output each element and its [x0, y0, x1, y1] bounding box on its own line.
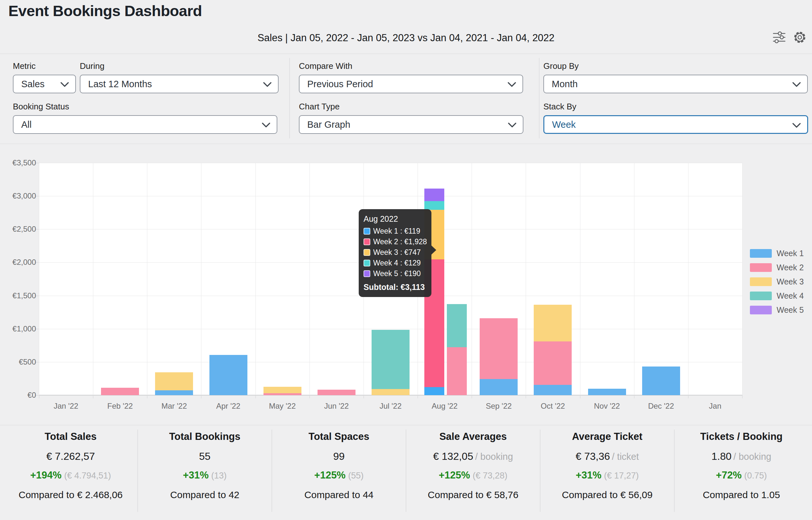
- kpi-change: +194%(€ 4.794,51): [6, 469, 135, 481]
- y-axis-label: €1,500: [0, 291, 36, 300]
- bar-sep-22-week-2[interactable]: [480, 318, 518, 380]
- bar-jul-22-week-4[interactable]: [372, 330, 409, 389]
- tooltip-rows: Week 1 : €119Week 2 : €1,928Week 3 : €74…: [363, 227, 427, 278]
- gridline-vertical: [255, 163, 256, 395]
- kpi-compared: Compared to € 58,76: [409, 489, 537, 500]
- bar-apr-22-week-1[interactable]: [210, 355, 247, 395]
- kpi-total-bookings: Total Bookings 55 +31%(13) Compared to 4…: [138, 430, 272, 512]
- bar-oct-22-week-2[interactable]: [534, 341, 572, 385]
- x-axis-label: Jul '22: [363, 401, 417, 411]
- gridline-vertical: [147, 163, 147, 395]
- x-axis-label: Dec '22: [634, 401, 688, 411]
- kpi-total-sales: Total Sales € 7.262,57 +194%(€ 4.794,51)…: [4, 430, 138, 512]
- y-axis-label: €500: [0, 358, 36, 366]
- x-tick-mark: [688, 395, 688, 398]
- x-tick-mark: [526, 395, 526, 398]
- x-tick-mark: [39, 395, 39, 398]
- bar-feb-22-week-2[interactable]: [101, 388, 139, 395]
- legend-item-week-3[interactable]: Week 3: [750, 276, 804, 287]
- kpi-title: Total Sales: [6, 431, 135, 442]
- tooltip-swatch: [363, 270, 370, 277]
- tooltip-swatch: [363, 238, 370, 245]
- x-axis-label: Mar '22: [147, 401, 201, 411]
- y-tick-mark: [36, 262, 39, 263]
- kpi-change-percent: +125%: [439, 469, 470, 481]
- kpi-sale-averages: Sale Averages € 132,05/ booking +125%(€ …: [406, 430, 540, 512]
- kpi-compared: Compared to 44: [275, 489, 403, 500]
- x-axis-label: Feb '22: [93, 401, 147, 411]
- bar-aug-22-week-4[interactable]: [424, 201, 444, 210]
- stats-divider: [0, 425, 812, 425]
- kpi-average-ticket: Average Ticket € 73,36/ ticket +31%(€ 17…: [540, 430, 675, 512]
- y-axis-label: €0: [0, 391, 36, 400]
- kpi-compared: Compared to 42: [141, 489, 269, 500]
- kpi-change: +72%(0.75): [677, 469, 806, 481]
- bar-jul-22-week-3[interactable]: [372, 389, 409, 395]
- x-tick-mark: [201, 395, 201, 398]
- y-tick-mark: [36, 196, 39, 196]
- legend-item-week-5[interactable]: Week 5: [750, 305, 804, 315]
- x-axis-label: Nov '22: [580, 401, 634, 411]
- bar-oct-22-week-1[interactable]: [534, 385, 572, 395]
- kpi-title: Sale Averages: [409, 431, 537, 442]
- gridline-vertical: [39, 163, 39, 395]
- y-axis-label: €2,000: [0, 258, 36, 267]
- tooltip-title: Aug 2022: [363, 214, 427, 224]
- x-tick-mark: [634, 395, 634, 398]
- tooltip-row: Week 5 : €190: [363, 269, 427, 278]
- tooltip-row-text: Week 4 : €129: [373, 259, 421, 267]
- x-axis-label: Jan '22: [39, 401, 93, 411]
- y-axis-label: €2,500: [0, 225, 36, 234]
- bar-aug-22-week-4[interactable]: [447, 304, 467, 347]
- gridline-horizontal: [39, 196, 742, 196]
- kpi-change: +31%(€ 17,27): [543, 469, 671, 481]
- kpi-value: 99: [275, 450, 403, 462]
- legend-item-week-4[interactable]: Week 4: [750, 290, 804, 301]
- bar-may-22-week-3[interactable]: [264, 387, 301, 393]
- gridline-vertical: [309, 163, 310, 395]
- kpi-change-percent: +31%: [183, 469, 209, 481]
- kpi-change-detail: (0.75): [744, 471, 767, 480]
- kpi-compared: Compared to € 56,09: [543, 489, 671, 500]
- x-axis-label: Jun '22: [309, 401, 363, 411]
- kpi-change-detail: (€ 17,27): [604, 471, 639, 480]
- kpi-unit: / booking: [475, 451, 513, 462]
- bar-mar-22-week-3[interactable]: [155, 372, 193, 390]
- legend-label: Week 1: [777, 249, 804, 258]
- bar-nov-22-week-1[interactable]: [588, 389, 626, 395]
- legend-item-week-1[interactable]: Week 1: [750, 248, 804, 259]
- bar-dec-22-week-1[interactable]: [642, 366, 680, 395]
- bar-mar-22-week-1[interactable]: [155, 390, 193, 395]
- gridline-vertical: [580, 163, 580, 395]
- x-tick-mark: [93, 395, 93, 398]
- x-tick-mark: [147, 395, 147, 398]
- gridline-horizontal: [39, 329, 742, 329]
- legend-label: Week 4: [777, 291, 804, 301]
- bar-sep-22-week-1[interactable]: [480, 379, 518, 395]
- tooltip-row: Week 4 : €129: [363, 259, 427, 267]
- tooltip-row-text: Week 1 : €119: [373, 227, 420, 236]
- kpi-change-percent: +194%: [30, 469, 61, 481]
- legend-item-week-2[interactable]: Week 2: [750, 262, 804, 273]
- bar-oct-22-week-3[interactable]: [534, 305, 572, 341]
- kpi-value: 55: [141, 450, 269, 462]
- x-axis-label: Aug '22: [417, 401, 471, 411]
- bar-may-22-week-2[interactable]: [264, 393, 301, 395]
- kpi-change: +31%(13): [141, 469, 269, 481]
- bar-aug-22-week-2[interactable]: [447, 347, 467, 395]
- kpi-title: Average Ticket: [543, 431, 671, 442]
- bar-aug-22-week-5[interactable]: [424, 188, 444, 201]
- tooltip-swatch: [363, 228, 370, 235]
- y-axis-label: €1,000: [0, 324, 36, 333]
- bar-aug-22-week-1[interactable]: [424, 387, 444, 395]
- x-tick-mark: [309, 395, 310, 398]
- kpi-change-detail: (55): [348, 471, 363, 480]
- bar-jun-22-week-2[interactable]: [318, 390, 355, 395]
- y-tick-mark: [36, 362, 39, 362]
- kpi-change-percent: +31%: [575, 469, 601, 481]
- gridline-vertical: [201, 163, 201, 395]
- kpi-title: Total Bookings: [141, 431, 269, 442]
- gridline-vertical: [634, 163, 634, 395]
- kpi-change-percent: +125%: [314, 469, 346, 481]
- x-tick-mark: [255, 395, 256, 398]
